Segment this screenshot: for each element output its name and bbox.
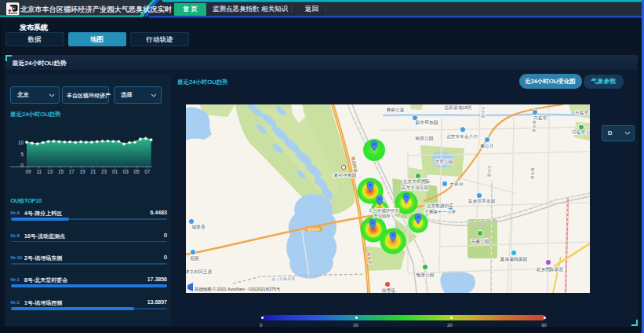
svg-text:丰科路: 丰科路 — [486, 165, 492, 177]
svg-text:17: 17 — [69, 169, 75, 174]
svg-text:填埋场: 填埋场 — [381, 287, 395, 293]
svg-text:13: 13 — [47, 169, 53, 174]
svg-text:09: 09 — [25, 169, 31, 174]
svg-text:高鑫公园: 高鑫公园 — [471, 239, 489, 244]
svg-text:5: 5 — [20, 152, 24, 157]
svg-text:攀公庄: 攀公庄 — [480, 143, 494, 148]
svg-text:丰科路: 丰科路 — [480, 106, 486, 119]
svg-text:樊羊路: 樊羊路 — [529, 167, 535, 180]
svg-text:蕙保康阔家园: 蕙保康阔家园 — [500, 257, 528, 262]
svg-text:高德地图 © 2021 AutoNavi - GS(2021: 高德地图 © 2021 AutoNavi - GS(2021)6375号 — [195, 287, 281, 292]
svg-text:07: 07 — [144, 169, 151, 174]
svg-text:北京华侨国际: 北京华侨国际 — [403, 178, 431, 185]
svg-text:丰台区循环经济: 丰台区循环经济 — [369, 208, 399, 214]
svg-text:花乡国际家居: 花乡国际家居 — [537, 266, 564, 273]
svg-text:15: 15 — [58, 169, 64, 174]
svg-text:苑困: 苑困 — [190, 256, 199, 262]
svg-text:北京市丰台八中: 北京市丰台八中 — [446, 134, 478, 140]
svg-text:新华双加园: 新华双加园 — [416, 119, 438, 126]
svg-text:南四环: 南四环 — [307, 227, 320, 232]
svg-text:总部基地18区: 总部基地18区 — [443, 104, 472, 111]
svg-text:世界公园: 世界公园 — [435, 159, 453, 165]
svg-text:花乡世界名园: 花乡世界名园 — [468, 199, 496, 204]
svg-text:眷桥公寓: 眷桥公寓 — [386, 107, 404, 113]
svg-text:05: 05 — [133, 169, 140, 174]
svg-text:雄文村回王房: 雄文村回王房 — [186, 269, 213, 275]
svg-text:大葆台: 大葆台 — [449, 181, 464, 187]
svg-text:紫谷伊甸园: 紫谷伊甸园 — [334, 173, 357, 178]
svg-text:19: 19 — [79, 169, 86, 174]
svg-text:10: 10 — [18, 140, 24, 145]
svg-text:01: 01 — [112, 169, 118, 174]
svg-text:预堡公园: 预堡公园 — [416, 272, 434, 278]
svg-text:御景公园: 御景公园 — [414, 136, 433, 141]
svg-text:21: 21 — [90, 169, 96, 174]
svg-text:03: 03 — [123, 169, 129, 174]
svg-text:古盆窑: 古盆窑 — [575, 109, 589, 115]
svg-text:0: 0 — [20, 163, 24, 168]
svg-text:11: 11 — [37, 169, 42, 174]
svg-text:白盆窑公园: 白盆窑公园 — [573, 129, 590, 135]
svg-text:城堡香: 城堡香 — [191, 224, 206, 230]
svg-text:樊羊路: 樊羊路 — [531, 120, 537, 133]
svg-text:北京铁路职工: 北京铁路职工 — [427, 203, 454, 209]
svg-text:23: 23 — [101, 169, 107, 174]
svg-text:产业园区: 产业园区 — [373, 214, 391, 219]
svg-text:子弟第十一小学: 子弟第十一小学 — [424, 209, 457, 214]
svg-text:高尔夫俱乐部: 高尔夫俱乐部 — [402, 185, 429, 191]
